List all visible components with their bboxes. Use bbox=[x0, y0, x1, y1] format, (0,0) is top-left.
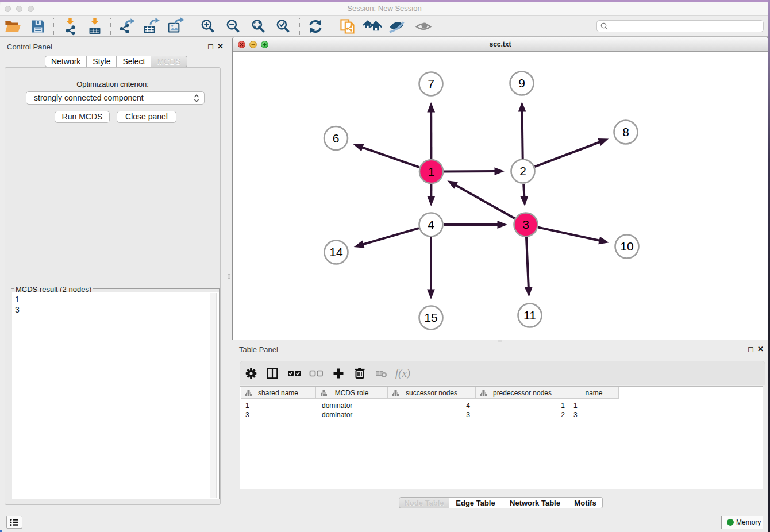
svg-text:2: 2 bbox=[519, 164, 526, 178]
svg-text:8: 8 bbox=[622, 125, 629, 138]
svg-text:15: 15 bbox=[424, 311, 437, 324]
svg-text:4: 4 bbox=[428, 218, 434, 231]
svg-text:1: 1 bbox=[428, 165, 435, 178]
svg-text:9: 9 bbox=[518, 76, 525, 90]
svg-text:7: 7 bbox=[428, 77, 434, 90]
svg-text:3: 3 bbox=[522, 218, 529, 231]
svg-text:10: 10 bbox=[620, 240, 633, 253]
svg-text:f(x): f(x) bbox=[395, 367, 410, 380]
svg-text:14: 14 bbox=[329, 245, 343, 259]
svg-text:6: 6 bbox=[333, 132, 340, 145]
svg-text:11: 11 bbox=[523, 309, 536, 322]
